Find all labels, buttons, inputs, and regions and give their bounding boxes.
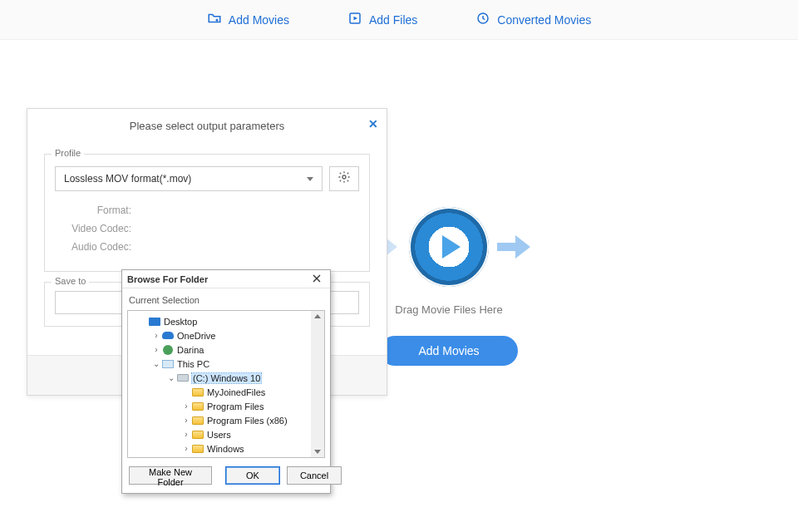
format-label: Format:: [55, 204, 131, 216]
expand-toggle[interactable]: ›: [181, 444, 191, 453]
profile-value: Lossless MOV format(*.mov): [64, 173, 191, 185]
pc-icon: [162, 360, 174, 368]
tree-label: Darina: [177, 345, 204, 355]
profile-select[interactable]: Lossless MOV format(*.mov): [55, 166, 323, 191]
add-files-top-label: Add Files: [369, 13, 417, 27]
tree-node-user[interactable]: › Darina: [130, 342, 323, 357]
expand-toggle[interactable]: ⌄: [151, 359, 161, 368]
top-toolbar: Add Movies Add Files Converted Movies: [0, 0, 798, 40]
tree-scrollbar[interactable]: [311, 311, 324, 457]
scroll-up-icon[interactable]: [314, 314, 321, 318]
dialog-title: Please select output parameters: [130, 120, 284, 132]
add-movies-top[interactable]: Add Movies: [207, 11, 289, 28]
profile-fieldset: Profile Lossless MOV format(*.mov) Forma…: [44, 154, 370, 272]
tree-label: MyJoinedFiles: [207, 387, 265, 397]
folder-icon: [192, 388, 204, 397]
audio-codec-label: Audio Codec:: [55, 241, 131, 253]
svg-point-2: [342, 175, 346, 179]
browse-title-bar: Browse For Folder: [122, 270, 330, 288]
add-movies-button[interactable]: Add Movies: [380, 336, 517, 366]
onedrive-icon: [162, 332, 174, 339]
tree-label: Users: [207, 430, 231, 440]
video-codec-label: Video Codec:: [55, 223, 131, 234]
converted-movies-top[interactable]: Converted Movies: [475, 11, 591, 28]
user-icon: [163, 345, 173, 355]
desktop-icon: [149, 318, 160, 326]
browse-title-label: Browse For Folder: [127, 274, 208, 284]
play-disc-icon: [409, 207, 489, 287]
expand-toggle[interactable]: ›: [181, 401, 191, 411]
dialog-header: Please select output parameters ✕: [27, 109, 387, 142]
close-icon[interactable]: [305, 271, 328, 286]
tree-node-program-files[interactable]: › Program Files: [130, 399, 323, 413]
chevron-down-icon: [307, 177, 313, 181]
tree-node-this-pc[interactable]: ⌄ This PC: [130, 357, 323, 371]
tree-node-users[interactable]: › Users: [130, 427, 323, 441]
drive-icon: [177, 374, 189, 382]
cancel-button[interactable]: Cancel: [287, 466, 342, 485]
file-play-icon: [347, 11, 362, 28]
clock-icon: [475, 11, 490, 28]
scroll-down-icon[interactable]: [314, 450, 321, 454]
expand-toggle[interactable]: ›: [151, 331, 161, 340]
expand-toggle[interactable]: ›: [181, 430, 191, 439]
expand-toggle[interactable]: ⌄: [166, 373, 176, 382]
drop-hint-label: Drag Movie Files Here: [395, 303, 502, 316]
tree-node-drive-c[interactable]: ⌄ (C:) Windows 10: [130, 371, 323, 385]
browse-subtitle: Current Selection: [122, 288, 330, 310]
make-new-folder-button[interactable]: Make New Folder: [129, 466, 212, 485]
tree-label: (D:) Data: [192, 458, 229, 459]
drop-visual: [364, 207, 534, 287]
tree-node-windows[interactable]: › Windows: [130, 441, 323, 456]
tree-node-program-files-x86[interactable]: › Program Files (x86): [130, 413, 323, 427]
tree-node-myjoined[interactable]: MyJoinedFiles: [130, 385, 323, 399]
add-movies-top-label: Add Movies: [229, 13, 289, 27]
tree-node-desktop[interactable]: Desktop: [130, 314, 323, 328]
arrow-right-icon: [497, 235, 534, 259]
tree-label: OneDrive: [177, 331, 215, 341]
expand-toggle[interactable]: ›: [181, 416, 191, 425]
gear-icon: [337, 170, 351, 187]
close-icon[interactable]: ✕: [368, 117, 378, 131]
tree-label: Windows: [207, 444, 244, 454]
tree-node-drive-d[interactable]: › (D:) Data: [130, 456, 323, 458]
browse-folder-dialog: Browse For Folder Current Selection Desk…: [121, 269, 331, 494]
folder-icon: [192, 431, 204, 439]
profile-legend: Profile: [52, 148, 84, 158]
tree-label: This PC: [177, 359, 209, 369]
folder-add-icon: [207, 11, 222, 28]
tree-label: Desktop: [164, 317, 197, 327]
folder-tree: Desktop › OneDrive › Darina ⌄ This PC ⌄ …: [127, 310, 325, 458]
expand-toggle[interactable]: ›: [151, 345, 161, 354]
add-files-top[interactable]: Add Files: [347, 11, 417, 28]
folder-icon: [192, 445, 204, 453]
ok-button[interactable]: OK: [225, 466, 280, 485]
tree-label: Program Files (x86): [207, 416, 288, 426]
save-to-legend: Save to: [52, 276, 89, 286]
converted-movies-top-label: Converted Movies: [497, 13, 591, 27]
tree-label: Program Files: [207, 401, 264, 411]
tree-node-onedrive[interactable]: › OneDrive: [130, 328, 323, 342]
profile-settings-button[interactable]: [329, 166, 359, 191]
folder-icon: [192, 416, 204, 425]
tree-label: (C:) Windows 10: [192, 373, 261, 383]
folder-icon: [192, 402, 204, 411]
